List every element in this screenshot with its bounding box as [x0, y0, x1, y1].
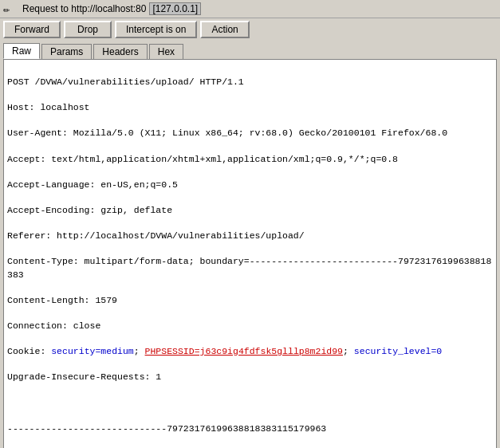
btn-row: Forward Drop Intercept is on Action — [0, 18, 500, 41]
request-line-13: -----------------------------79723176199… — [7, 422, 493, 435]
edit-icon: ✏ — [3, 2, 16, 15]
request-line-5: Accept-Encoding: gzip, deflate — [7, 204, 493, 217]
intercept-button[interactable]: Intercept is on — [115, 21, 197, 38]
request-line-12 — [7, 396, 493, 409]
tab-headers[interactable]: Headers — [93, 44, 147, 59]
request-line-9: Connection: close — [7, 320, 493, 332]
request-line-0: POST /DVWA/vulnerabilities/upload/ HTTP/… — [7, 76, 493, 88]
cookie-line: Cookie: security=medium; PHPSESSID=j63c9… — [7, 345, 493, 358]
request-content-area: POST /DVWA/vulnerabilities/upload/ HTTP/… — [3, 59, 497, 448]
request-line-11: Upgrade-Insecure-Requests: 1 — [7, 371, 493, 383]
tab-params[interactable]: Params — [41, 44, 92, 59]
request-line-1: Host: localhost — [7, 101, 493, 114]
tab-hex[interactable]: Hex — [149, 44, 183, 59]
tabs-row: Raw Params Headers Hex — [0, 41, 500, 59]
request-line-2: User-Agent: Mozilla/5.0 (X11; Linux x86_… — [7, 127, 493, 140]
request-label: Request to http://localhost:80 — [22, 3, 146, 14]
ip-badge: [127.0.0.1] — [149, 2, 201, 15]
drop-button[interactable]: Drop — [64, 21, 112, 38]
toolbar-bar: ✏ Request to http://localhost:80 [127.0.… — [0, 0, 500, 18]
request-line-4: Accept-Language: en-US,en;q=0.5 — [7, 179, 493, 191]
action-button[interactable]: Action — [200, 21, 249, 38]
cookie-security: security=medium — [51, 346, 134, 356]
tab-raw[interactable]: Raw — [3, 43, 40, 59]
request-line-8: Content-Length: 1579 — [7, 294, 493, 307]
forward-button[interactable]: Forward — [3, 21, 61, 38]
request-line-3: Accept: text/html,application/xhtml+xml,… — [7, 153, 493, 166]
cookie-phpsessid: PHPSESSID=j63c9ig4fdfsk5glllp8m2id99 — [145, 346, 343, 356]
cookie-security-level: security_level=0 — [354, 346, 442, 356]
request-line-6: Referer: http://localhost/DVWA/vulnerabi… — [7, 230, 493, 242]
request-line-7: Content-Type: multipart/form-data; bound… — [7, 255, 493, 281]
